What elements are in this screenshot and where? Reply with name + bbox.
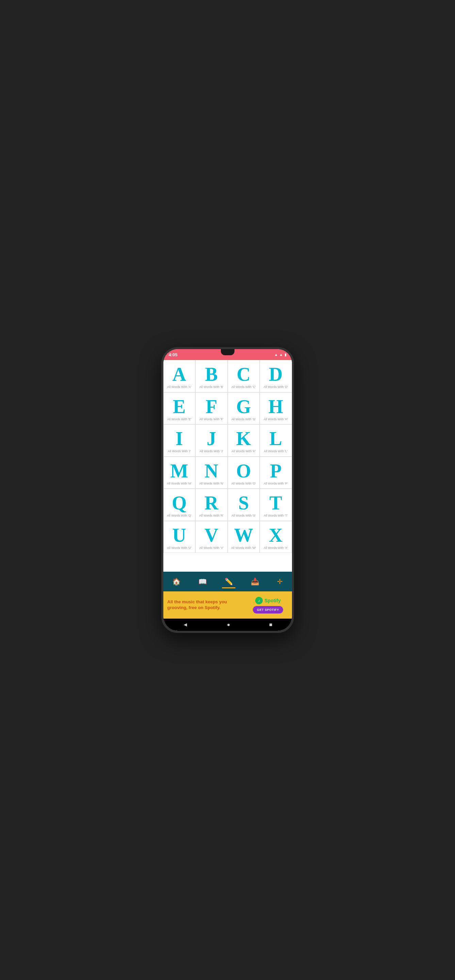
letter-label-s: All Words With 'S' [231, 514, 256, 517]
big-letter-t: T [269, 493, 282, 512]
letter-label-v: All Words With 'V' [199, 546, 224, 550]
home-icon: 🏠 [172, 578, 181, 585]
nav-book[interactable]: 📖 [194, 576, 211, 587]
letter-cell-a[interactable]: AAll Words With 'A' [163, 360, 196, 392]
letter-label-l: All Words With 'L' [264, 450, 288, 453]
letter-cell-b[interactable]: BAll Words With 'B' [195, 360, 228, 392]
letter-label-n: All Words With 'N' [199, 482, 224, 485]
letter-cell-e[interactable]: EAll Words With 'E' [163, 392, 196, 425]
nav-inbox[interactable]: 📥 [247, 576, 263, 587]
big-letter-j: J [207, 429, 216, 448]
big-letter-n: N [205, 461, 218, 480]
letter-cell-g[interactable]: GAll Words With 'G' [228, 392, 260, 425]
battery-icon: ▮ [285, 353, 286, 357]
nav-home[interactable]: 🏠 [168, 576, 185, 587]
letter-cell-x[interactable]: XAll Words With 'X' [260, 521, 292, 553]
letter-cell-v[interactable]: VAll Words With 'V' [195, 521, 228, 553]
letter-label-r: All Words With 'R' [199, 514, 224, 517]
letter-label-h: All Words With 'H' [264, 417, 288, 421]
big-letter-p: P [270, 461, 282, 480]
letter-cell-c[interactable]: CAll Words With 'C' [228, 360, 260, 392]
book-icon: 📖 [199, 578, 207, 585]
letter-label-f: All Words With 'F' [199, 417, 223, 421]
notch [221, 349, 234, 355]
letter-cell-i[interactable]: IAll Words With 'I' [163, 424, 196, 457]
letter-label-q: All Words With 'Q' [167, 514, 192, 517]
letter-label-x: All Words With 'X' [264, 546, 288, 550]
big-letter-x: X [269, 526, 282, 545]
letter-label-k: All Words With 'K' [231, 450, 256, 453]
letter-label-o: All Words With 'O' [231, 482, 256, 485]
letter-grid: AAll Words With 'A'BAll Words With 'B'CA… [163, 360, 292, 553]
nav-move[interactable]: ✛ [273, 576, 287, 587]
letter-cell-w[interactable]: WAll Words With 'W' [228, 521, 260, 553]
edit-icon: ✏️ [224, 578, 233, 585]
big-letter-u: U [173, 526, 186, 545]
big-letter-r: R [205, 493, 218, 512]
letter-label-t: All Words With 'T' [264, 514, 288, 517]
letter-label-j: All Words With 'J' [200, 450, 223, 453]
letter-label-m: All Words With 'M' [167, 482, 192, 485]
move-icon: ✛ [277, 578, 283, 585]
letter-label-p: All Words With 'P' [264, 482, 288, 485]
letter-cell-n[interactable]: NAll Words With 'N' [195, 457, 228, 489]
bottom-nav: 🏠 📖 ✏️ 📥 ✛ [163, 572, 292, 592]
letter-cell-o[interactable]: OAll Words With 'O' [228, 457, 260, 489]
letter-label-d: All Words With 'D' [264, 385, 288, 388]
status-bar: 4:05 ▲ ▲ ▮ [163, 349, 292, 360]
back-button[interactable]: ◄ [183, 622, 188, 628]
letter-label-a: All Words With 'A' [167, 385, 191, 388]
letter-label-i: All Words With 'I' [168, 450, 191, 453]
wifi-icon: ▲ [279, 353, 283, 356]
letter-label-u: All Words With 'U' [167, 546, 191, 550]
big-letter-v: V [205, 526, 218, 545]
phone-inner: 4:05 ▲ ▲ ▮ AAll Words With 'A'BAll Words… [163, 349, 292, 631]
big-letter-b: B [205, 365, 218, 384]
letter-cell-h[interactable]: HAll Words With 'H' [260, 392, 292, 425]
phone-frame: 4:05 ▲ ▲ ▮ AAll Words With 'A'BAll Words… [161, 347, 294, 633]
big-letter-h: H [268, 397, 283, 416]
big-letter-q: Q [172, 493, 187, 512]
letter-cell-u[interactable]: UAll Words With 'U' [163, 521, 196, 553]
big-letter-m: M [170, 461, 188, 480]
big-letter-s: S [238, 493, 249, 512]
letter-cell-f[interactable]: FAll Words With 'F' [195, 392, 228, 425]
ad-banner[interactable]: All the music that keeps you grooving, f… [163, 592, 292, 619]
home-button[interactable]: ● [227, 622, 231, 628]
recent-button[interactable]: ■ [269, 622, 273, 628]
status-time: 4:05 [169, 352, 178, 357]
system-bar: ◄ ● ■ [163, 619, 292, 631]
letter-cell-j[interactable]: JAll Words With 'J' [195, 424, 228, 457]
letter-label-b: All Words With 'B' [199, 385, 224, 388]
letter-cell-p[interactable]: PAll Words With 'P' [260, 457, 292, 489]
big-letter-k: K [236, 429, 251, 448]
letter-cell-s[interactable]: SAll Words With 'S' [228, 488, 260, 521]
letter-label-g: All Words With 'G' [231, 417, 256, 421]
main-content: AAll Words With 'A'BAll Words With 'B'CA… [163, 360, 292, 572]
letter-label-w: All Words With 'W' [231, 546, 256, 550]
letter-cell-k[interactable]: KAll Words With 'K' [228, 424, 260, 457]
get-spotify-button[interactable]: GET SPOTIFY [253, 606, 283, 614]
spotify-logo: ♪ Spotify [255, 597, 280, 605]
big-letter-g: G [236, 397, 251, 416]
letter-cell-d[interactable]: DAll Words With 'D' [260, 360, 292, 392]
letter-cell-r[interactable]: RAll Words With 'R' [195, 488, 228, 521]
big-letter-d: D [269, 365, 282, 384]
inbox-icon: 📥 [251, 578, 259, 585]
big-letter-w: W [234, 526, 253, 545]
letter-cell-q[interactable]: QAll Words With 'Q' [163, 488, 196, 521]
big-letter-c: C [237, 365, 250, 384]
letter-cell-m[interactable]: MAll Words With 'M' [163, 457, 196, 489]
ad-text: All the music that keeps you grooving, f… [167, 599, 240, 611]
ad-right: ♪ Spotify GET SPOTIFY [244, 594, 292, 616]
spotify-icon: ♪ [255, 597, 263, 605]
big-letter-l: L [269, 429, 282, 448]
big-letter-e: E [173, 397, 186, 416]
status-icons: ▲ ▲ ▮ [274, 353, 286, 357]
big-letter-i: I [176, 429, 183, 448]
nav-edit[interactable]: ✏️ [221, 576, 237, 587]
letter-label-e: All Words With 'E' [167, 417, 191, 421]
letter-cell-t[interactable]: TAll Words With 'T' [260, 488, 292, 521]
letter-cell-l[interactable]: LAll Words With 'L' [260, 424, 292, 457]
big-letter-a: A [173, 365, 186, 384]
